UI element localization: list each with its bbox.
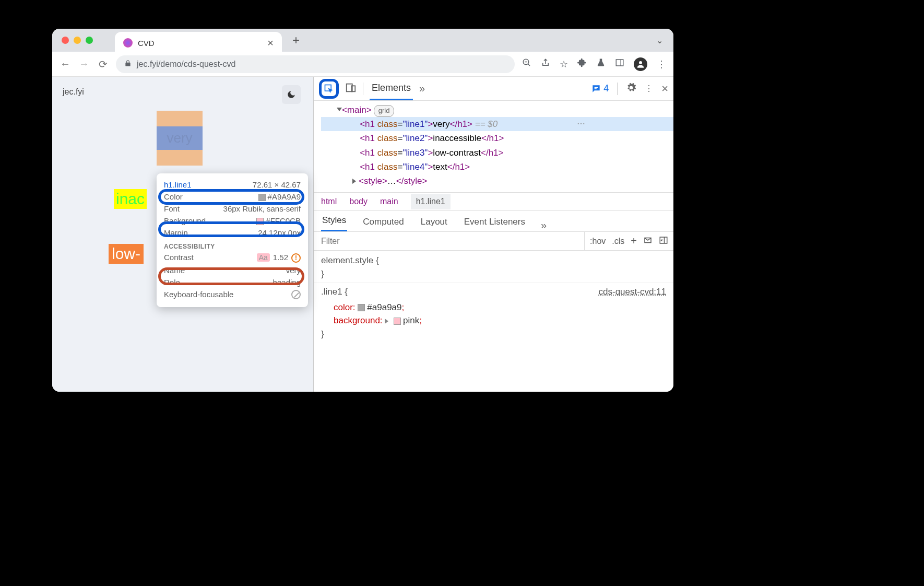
devtools-panel: Elements » 4 ⋮ × <main>grid ⋯ <h1 class=… <box>313 77 673 392</box>
tooltip-accessibility-header: ACCESSIBILITY <box>157 239 308 251</box>
address-bar[interactable]: jec.fyi/demo/cds-quest-cvd <box>116 55 515 73</box>
crumb-html[interactable]: html <box>321 197 337 206</box>
browser-window: CVD × + ⌄ ← → ⟳ jec.fyi/demo/cds-quest-c… <box>52 29 673 392</box>
demo-h1-line1[interactable]: very <box>157 111 203 166</box>
line1-selector: .line1 { <box>321 287 348 297</box>
svg-line-1 <box>528 64 530 66</box>
close-tab-icon[interactable]: × <box>267 37 274 49</box>
tooltip-contrast-value: Aa1.52! <box>257 253 301 263</box>
dom-main[interactable]: <main>grid <box>321 103 673 117</box>
layout-tab[interactable]: Layout <box>420 213 448 231</box>
share-icon[interactable] <box>541 58 550 70</box>
dom-h1-line1[interactable]: ⋯ <h1 class="line1">very</h1> == $0 <box>321 117 673 131</box>
dom-h1-line2[interactable]: <h1 class="line2">inaccessible</h1> <box>321 131 673 145</box>
bookmark-star-icon[interactable]: ☆ <box>560 58 568 70</box>
css-source-link[interactable]: cds-quest-cvd:11 <box>599 285 666 299</box>
content-area: jec.fyi very inac low- h1.line1 72.61 × … <box>52 77 673 392</box>
annotation-background-highlight <box>158 221 304 237</box>
favicon-icon <box>123 38 133 48</box>
more-tabs-icon[interactable]: » <box>419 83 425 95</box>
device-toggle-button[interactable] <box>345 82 357 96</box>
back-button[interactable]: ← <box>60 58 71 70</box>
dom-breadcrumb: html body main h1.line1 <box>314 192 673 211</box>
dom-tree[interactable]: <main>grid ⋯ <h1 class="line1">very</h1>… <box>314 101 673 192</box>
issues-button[interactable]: 4 <box>591 83 609 94</box>
tooltip-dimensions: 72.61 × 42.67 <box>253 180 301 189</box>
hov-button[interactable]: :hov <box>590 237 606 246</box>
tooltip-contrast-label: Contrast <box>164 253 194 263</box>
annotation-color-highlight <box>158 189 304 205</box>
css-rules[interactable]: element.style { } cds-quest-cvd:11 .line… <box>314 251 673 344</box>
tooltip-font-value: 36px Rubik, sans-serif <box>223 204 301 213</box>
site-name: jec.fyi <box>63 87 303 97</box>
dom-style[interactable]: <style>…</style> <box>321 174 673 188</box>
labs-icon[interactable] <box>596 58 606 70</box>
minimize-window-button[interactable] <box>74 37 81 44</box>
computed-tab[interactable]: Computed <box>362 213 405 231</box>
not-focusable-icon <box>291 290 301 299</box>
element-style-sel: element.style { <box>321 255 379 265</box>
side-panel-icon[interactable] <box>615 58 624 70</box>
styles-subtabs: Styles Computed Layout Event Listeners » <box>314 211 673 232</box>
crumb-body[interactable]: body <box>349 197 368 206</box>
reload-button[interactable]: ⟳ <box>97 58 109 71</box>
ellipsis-icon[interactable]: ⋯ <box>577 117 585 131</box>
maximize-window-button[interactable] <box>86 37 93 44</box>
tooltip-kbd-label: Keyboard-focusable <box>164 290 233 299</box>
kebab-menu-icon[interactable]: ⋮ <box>645 84 653 93</box>
new-style-rule-icon[interactable]: + <box>631 235 637 247</box>
styles-filter-row: :hov .cls + <box>314 232 673 251</box>
dom-h1-line4[interactable]: <h1 class="line4">text</h1> <box>321 160 673 174</box>
computed-sidebar-icon[interactable] <box>643 236 653 247</box>
new-tab-button[interactable]: + <box>292 33 300 48</box>
profile-avatar[interactable] <box>634 57 647 71</box>
css-background-prop[interactable]: background: pink; <box>321 314 666 327</box>
tab-title: CVD <box>138 39 262 48</box>
event-listeners-tab[interactable]: Event Listeners <box>463 213 526 231</box>
warning-icon: ! <box>291 253 301 263</box>
svg-rect-9 <box>595 87 598 88</box>
elements-tab[interactable]: Elements <box>370 77 413 100</box>
svg-rect-10 <box>595 88 597 89</box>
svg-point-5 <box>639 61 642 64</box>
browser-toolbar: ← → ⟳ jec.fyi/demo/cds-quest-cvd ☆ ⋮ <box>52 52 673 77</box>
cls-button[interactable]: .cls <box>612 237 624 246</box>
dom-h1-line3[interactable]: <h1 class="line3">low-contrast</h1> <box>321 146 673 160</box>
window-titlebar: CVD × + ⌄ <box>52 29 673 52</box>
menu-icon[interactable]: ⋮ <box>657 58 666 70</box>
extensions-icon[interactable] <box>577 58 587 70</box>
devtools-tabs: Elements » 4 ⋮ × <box>314 77 673 101</box>
svg-rect-3 <box>616 60 623 66</box>
url-text: jec.fyi/demo/cds-quest-cvd <box>137 60 235 69</box>
lock-icon <box>124 60 132 69</box>
more-style-tabs-icon[interactable]: » <box>541 219 547 231</box>
styles-tab[interactable]: Styles <box>321 211 347 231</box>
annotation-contrast-highlight <box>158 267 304 285</box>
crumb-h1[interactable]: h1.line1 <box>411 194 451 209</box>
demo-h1-line2[interactable]: inac <box>114 189 147 209</box>
browser-tab[interactable]: CVD × <box>115 32 282 54</box>
demo-h1-line3[interactable]: low- <box>109 244 144 264</box>
zoom-icon[interactable] <box>522 58 531 70</box>
tooltip-selector: h1.line1 <box>164 180 192 189</box>
toggle-sidebar-icon[interactable] <box>659 236 668 247</box>
close-devtools-icon[interactable]: × <box>661 82 668 96</box>
close-window-button[interactable] <box>62 37 69 44</box>
tab-list-button[interactable]: ⌄ <box>656 36 663 45</box>
inspector-tooltip: h1.line1 72.61 × 42.67 Color #A9A9A9 Fon… <box>157 173 308 307</box>
inspect-element-button[interactable] <box>319 79 339 99</box>
toolbar-icons: ☆ ⋮ <box>522 57 666 71</box>
css-color-prop[interactable]: color: #a9a9a9; <box>321 301 666 314</box>
tooltip-font-label: Font <box>164 204 180 213</box>
rendered-page: jec.fyi very inac low- h1.line1 72.61 × … <box>52 77 313 392</box>
forward-button[interactable]: → <box>78 58 90 70</box>
styles-filter-input[interactable] <box>314 237 584 246</box>
traffic-lights <box>62 37 93 44</box>
crumb-main[interactable]: main <box>380 197 398 206</box>
dark-mode-toggle[interactable] <box>282 85 301 104</box>
settings-gear-icon[interactable] <box>626 83 636 95</box>
